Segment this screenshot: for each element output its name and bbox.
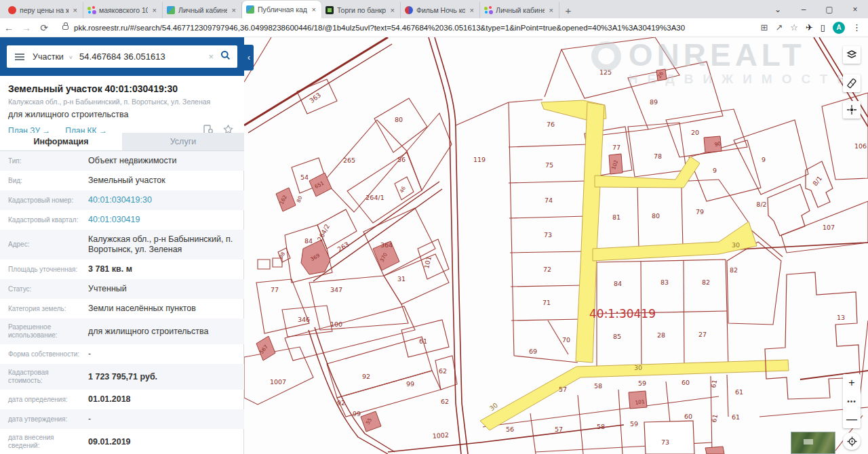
search-box[interactable]: Участки ˅ ×	[7, 45, 237, 68]
info-row-label: Вид:	[8, 177, 88, 185]
tab-search-button[interactable]: ⌄	[765, 5, 791, 14]
browser-tab[interactable]: маяковского 10 - Купи×	[83, 2, 163, 18]
sidebar-tabs: Информация Услуги	[0, 133, 244, 151]
parcel-label: 60	[684, 413, 692, 420]
tab-close-icon[interactable]: ×	[151, 6, 158, 14]
reload-button[interactable]: ⟳	[35, 22, 53, 33]
browser-tab[interactable]: Личный кабинет×	[163, 2, 242, 18]
info-row-label: Статус:	[8, 285, 88, 293]
marker-button[interactable]	[843, 101, 861, 119]
parcel-label: 59	[630, 420, 638, 428]
search-input[interactable]	[79, 51, 208, 62]
tab-title: маяковского 10 - Купи	[99, 6, 148, 14]
info-row-value: Калужская обл., р-н Бабынинский, п. Воро…	[88, 234, 236, 255]
clear-search-icon[interactable]: ×	[208, 51, 214, 62]
sidebar-collapse-button[interactable]: ‹	[244, 45, 254, 70]
parcel-label: 78	[654, 152, 662, 160]
parcel-label: 61	[732, 413, 740, 421]
search-header: Участки ˅ ×	[0, 37, 244, 76]
new-tab-button[interactable]: +	[559, 2, 577, 18]
forward-button[interactable]: →	[18, 22, 35, 33]
tab-close-icon[interactable]: ×	[72, 6, 79, 14]
tab-close-icon[interactable]: ×	[311, 5, 317, 14]
info-row-value[interactable]: 40:01:030419	[88, 215, 140, 225]
parcel-label: 265	[343, 157, 355, 164]
selected-parcel-highlight[interactable]	[480, 100, 789, 430]
info-row-value: Объект недвижимости	[88, 156, 176, 166]
search-icon[interactable]	[220, 50, 231, 63]
tab-services[interactable]: Услуги	[122, 133, 244, 150]
menu-icon[interactable]	[15, 54, 24, 60]
parcel-label: 54	[300, 173, 309, 181]
search-category[interactable]: Участки	[33, 52, 64, 62]
parcel-label: 57	[555, 426, 563, 433]
parcel-label: 73	[544, 231, 552, 239]
parcel-usage: для жилищного строительства	[8, 110, 236, 119]
geolocation-button[interactable]	[843, 432, 861, 450]
browser-tab[interactable]: Фильм Ночь кокоса (М×	[401, 2, 480, 18]
extension-pin-icon[interactable]: ✈	[806, 22, 813, 33]
share-icon[interactable]: ↗	[775, 22, 783, 33]
zoom-out-button[interactable]: —	[843, 410, 861, 428]
reader-mode-icon[interactable]: ▯	[821, 22, 825, 33]
back-button[interactable]: ←	[0, 22, 18, 33]
tab-close-icon[interactable]: ×	[231, 6, 237, 14]
tab-title: перу цены на жизнь –	[20, 6, 68, 14]
parcel-label: 61	[419, 337, 427, 345]
browser-menu-icon[interactable]: ⋮	[852, 22, 861, 33]
parcel-label: 77	[612, 144, 620, 151]
minimize-button[interactable]: –	[791, 5, 816, 14]
info-row-value[interactable]: 40:01:030419:30	[88, 195, 152, 205]
profile-avatar[interactable]: A	[833, 22, 845, 34]
url-text[interactable]: pkk.rosreestr.ru/#/search/54.46771230979…	[74, 24, 685, 32]
avito-dots-favicon-icon	[87, 6, 96, 14]
info-row-label: Площадь уточненная:	[8, 266, 88, 274]
tab-strip: перу цены на жизнь –×маяковского 10 - Ку…	[0, 0, 868, 18]
translate-icon[interactable]: ⊞	[760, 22, 768, 33]
info-row: дата утверждения:-	[0, 409, 244, 429]
parcel-address: Калужская обл., р-н Бабынинский, п. Воро…	[8, 98, 236, 106]
layers-button[interactable]	[843, 46, 861, 64]
parcel-label: 70	[562, 336, 570, 344]
parcel-label: 80	[296, 195, 304, 203]
maximize-button[interactable]: ▢	[816, 5, 842, 14]
browser-tab[interactable]: Публичная кадастрова×	[242, 1, 321, 18]
parcel-label: 1007	[270, 378, 286, 386]
parcel-label: 69	[529, 348, 537, 355]
zoom-scale-button[interactable]: •••	[843, 392, 861, 411]
info-row-label: Кадастровый номер:	[8, 197, 88, 205]
chevron-down-icon[interactable]: ˅	[69, 54, 73, 61]
tab-information[interactable]: Информация	[0, 133, 122, 150]
parcel-label: 30	[488, 401, 499, 412]
tab-close-icon[interactable]: ×	[548, 6, 555, 14]
parcel-label: 364	[380, 241, 393, 249]
info-row-label: Кадастровый квартал:	[8, 216, 88, 224]
info-row-value: 3 781 кв. м	[88, 264, 132, 274]
bookmark-star-icon[interactable]: ☆	[790, 22, 798, 33]
omnibox[interactable]: pkk.rosreestr.ru/#/search/54.46771230979…	[56, 20, 868, 35]
parcel-label: 101	[422, 255, 433, 269]
close-window-button[interactable]: ×	[842, 5, 868, 14]
parcel-label: 1002	[432, 431, 449, 440]
parcel-label: 79	[696, 208, 704, 215]
split-circle-favicon-icon	[405, 6, 413, 14]
measure-button[interactable]	[843, 75, 861, 92]
parcel-label: 83	[660, 278, 669, 286]
info-row: Статус:Учтенный	[0, 279, 244, 299]
info-row: дата внесения сведений:09.01.2019	[0, 429, 244, 454]
tab-close-icon[interactable]: ×	[469, 6, 475, 14]
parcel-label: 61	[735, 388, 743, 396]
info-row-value: 01.01.2018	[88, 394, 131, 405]
tab-close-icon[interactable]: ×	[389, 6, 396, 14]
url-bar: ← → ⟳ pkk.rosreestr.ru/#/search/54.46771…	[0, 18, 868, 37]
pkk-favicon-icon	[167, 6, 175, 14]
zoom-in-button[interactable]: +	[843, 374, 861, 392]
browser-tab[interactable]: Торги по банкротству×	[321, 2, 401, 18]
layers-icon	[846, 49, 857, 60]
parcel-label: 60	[682, 379, 690, 386]
cadastral-map[interactable]: 36380265565465180162264/146264/284369263…	[244, 37, 868, 454]
satellite-minimap[interactable]	[791, 432, 835, 454]
browser-tab[interactable]: Личный кабинет - Сос×	[480, 2, 559, 18]
parcel-label: 76	[547, 121, 555, 128]
browser-tab[interactable]: перу цены на жизнь –×	[4, 2, 83, 18]
